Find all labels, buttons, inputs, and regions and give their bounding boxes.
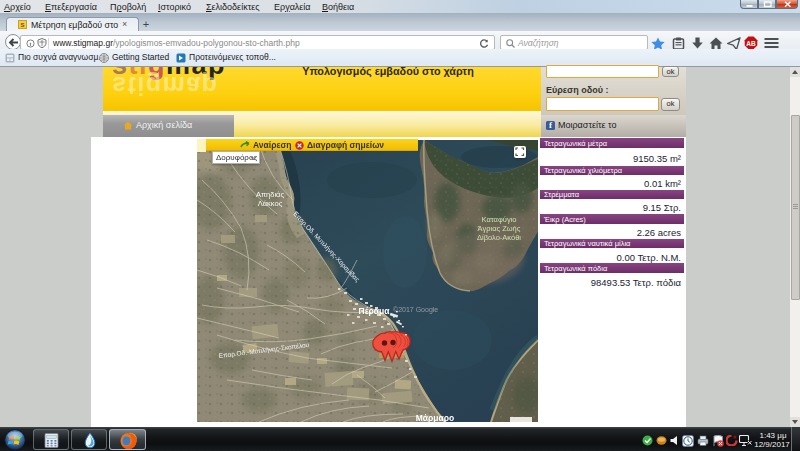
svg-text:Πέραμα: Πέραμα	[359, 306, 391, 316]
svg-text:AB: AB	[746, 40, 756, 47]
svg-text:Καταφύγιο: Καταφύγιο	[482, 215, 517, 224]
svg-text:Άγριας Ζωής: Άγριας Ζωής	[478, 224, 521, 233]
svg-text:Δίβολο-Ακόθι: Δίβολο-Ακόθι	[477, 233, 521, 242]
svg-text:Μάρμαρο: Μάρμαρο	[416, 413, 454, 422]
svg-text:©2017 Google: ©2017 Google	[393, 306, 438, 314]
svg-text:Απηδιάς: Απηδιάς	[256, 190, 285, 199]
svg-text:Λάκκος: Λάκκος	[258, 199, 283, 208]
